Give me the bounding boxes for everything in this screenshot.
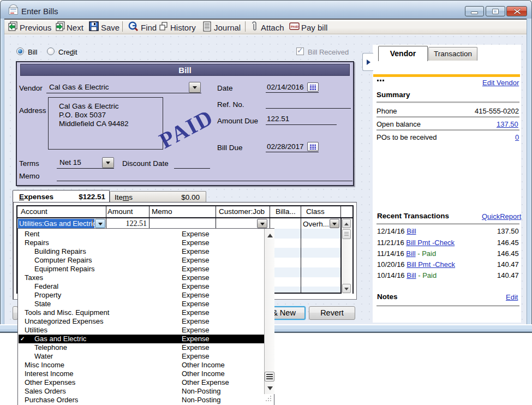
svg-text:PAID: PAID [291,25,299,28]
